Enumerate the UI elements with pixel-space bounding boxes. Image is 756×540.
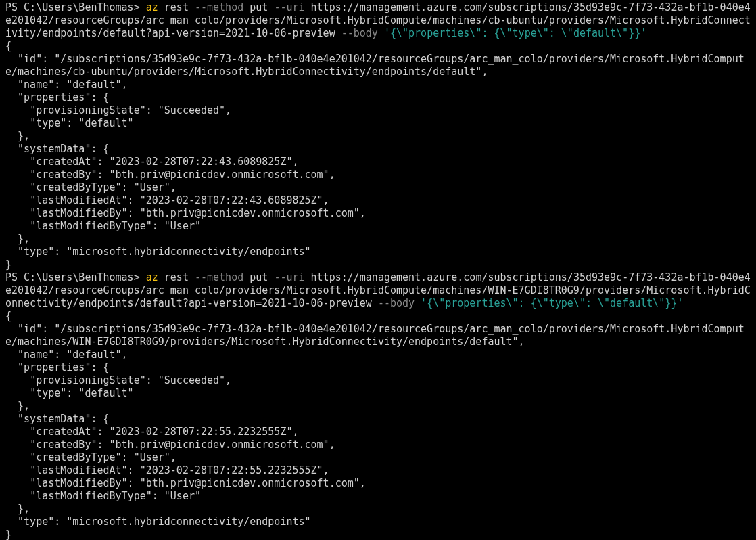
- body-value: '{\"properties\": {\"type\": \"default\"…: [415, 297, 683, 309]
- az-command: az: [146, 1, 158, 14]
- uri-flag: --uri: [274, 1, 304, 14]
- az-command: az: [146, 271, 158, 284]
- method-value: put: [243, 271, 274, 284]
- command-block-2: PS C:\Users\BenThomas> az rest --method …: [5, 271, 751, 309]
- body-flag: --body: [378, 297, 415, 309]
- az-subcommand: rest: [158, 271, 195, 284]
- json-output-2: { "id": "/subscriptions/35d93e9c-7f73-43…: [5, 310, 745, 540]
- az-subcommand: rest: [158, 1, 195, 14]
- method-flag: --method: [195, 1, 243, 14]
- method-flag: --method: [195, 271, 243, 284]
- command-block-1: PS C:\Users\BenThomas> az rest --method …: [5, 1, 751, 39]
- ps-prompt: PS C:\Users\BenThomas>: [5, 271, 146, 284]
- body-value: '{\"properties\": {\"type\": \"default\"…: [378, 27, 646, 39]
- terminal-output[interactable]: PS C:\Users\BenThomas> az rest --method …: [0, 0, 756, 540]
- json-output-1: { "id": "/subscriptions/35d93e9c-7f73-43…: [5, 40, 745, 271]
- uri-flag: --uri: [274, 271, 304, 284]
- method-value: put: [243, 1, 274, 14]
- body-flag: --body: [341, 27, 378, 39]
- ps-prompt: PS C:\Users\BenThomas>: [5, 1, 146, 14]
